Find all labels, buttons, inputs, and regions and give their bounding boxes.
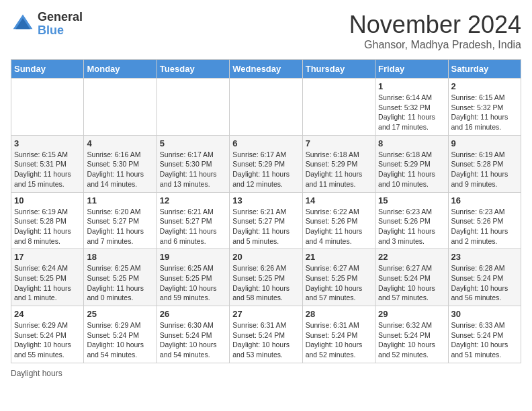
day-number: 23 <box>451 252 518 262</box>
day-number: 7 <box>306 138 372 148</box>
day-info: Sunrise: 6:33 AM Sunset: 5:24 PM Dayligh… <box>451 320 518 360</box>
calendar-week-4: 17Sunrise: 6:24 AM Sunset: 5:25 PM Dayli… <box>11 249 521 306</box>
calendar-cell: 30Sunrise: 6:33 AM Sunset: 5:24 PM Dayli… <box>448 306 521 363</box>
day-number: 29 <box>378 309 445 319</box>
day-number: 25 <box>87 309 153 319</box>
calendar-cell: 3Sunrise: 6:15 AM Sunset: 5:31 PM Daylig… <box>11 135 84 192</box>
day-info: Sunrise: 6:32 AM Sunset: 5:24 PM Dayligh… <box>378 320 445 360</box>
calendar-cell: 23Sunrise: 6:28 AM Sunset: 5:24 PM Dayli… <box>448 249 521 306</box>
calendar-cell: 18Sunrise: 6:25 AM Sunset: 5:25 PM Dayli… <box>84 249 157 306</box>
day-number: 3 <box>14 138 81 148</box>
day-info: Sunrise: 6:27 AM Sunset: 5:25 PM Dayligh… <box>306 263 372 303</box>
day-info: Sunrise: 6:27 AM Sunset: 5:24 PM Dayligh… <box>378 263 445 303</box>
calendar-cell: 28Sunrise: 6:31 AM Sunset: 5:24 PM Dayli… <box>302 306 375 363</box>
day-info: Sunrise: 6:15 AM Sunset: 5:31 PM Dayligh… <box>14 150 81 189</box>
day-info: Sunrise: 6:20 AM Sunset: 5:27 PM Dayligh… <box>87 207 153 246</box>
calendar-cell <box>84 79 157 136</box>
calendar-week-1: 1Sunrise: 6:14 AM Sunset: 5:32 PM Daylig… <box>11 79 521 136</box>
calendar-cell: 25Sunrise: 6:29 AM Sunset: 5:24 PM Dayli… <box>84 306 157 363</box>
day-number: 2 <box>451 81 518 91</box>
calendar-cell: 20Sunrise: 6:26 AM Sunset: 5:25 PM Dayli… <box>230 249 302 306</box>
calendar-cell: 10Sunrise: 6:19 AM Sunset: 5:28 PM Dayli… <box>11 192 84 249</box>
day-number: 5 <box>160 138 226 148</box>
day-number: 16 <box>451 195 518 205</box>
day-info: Sunrise: 6:18 AM Sunset: 5:29 PM Dayligh… <box>306 150 372 189</box>
calendar-cell: 8Sunrise: 6:18 AM Sunset: 5:29 PM Daylig… <box>375 135 448 192</box>
daylight-label: Daylight hours <box>11 369 62 378</box>
day-info: Sunrise: 6:31 AM Sunset: 5:24 PM Dayligh… <box>306 320 372 360</box>
location: Ghansor, Madhya Pradesh, India <box>349 39 521 51</box>
day-info: Sunrise: 6:31 AM Sunset: 5:24 PM Dayligh… <box>232 320 299 360</box>
day-info: Sunrise: 6:19 AM Sunset: 5:28 PM Dayligh… <box>14 207 81 246</box>
col-header-tuesday: Tuesday <box>157 60 229 79</box>
title-block: November 2024 Ghansor, Madhya Pradesh, I… <box>349 11 521 51</box>
day-info: Sunrise: 6:24 AM Sunset: 5:25 PM Dayligh… <box>14 263 81 303</box>
day-number: 19 <box>160 252 226 262</box>
day-info: Sunrise: 6:19 AM Sunset: 5:28 PM Dayligh… <box>451 150 518 189</box>
col-header-sunday: Sunday <box>11 60 84 79</box>
day-number: 10 <box>14 195 81 205</box>
calendar-cell: 16Sunrise: 6:23 AM Sunset: 5:26 PM Dayli… <box>448 192 521 249</box>
calendar-cell: 4Sunrise: 6:16 AM Sunset: 5:30 PM Daylig… <box>84 135 157 192</box>
day-number: 12 <box>160 195 226 205</box>
day-number: 27 <box>232 309 299 319</box>
calendar-cell: 1Sunrise: 6:14 AM Sunset: 5:32 PM Daylig… <box>375 79 448 136</box>
day-info: Sunrise: 6:29 AM Sunset: 5:24 PM Dayligh… <box>87 320 153 360</box>
day-info: Sunrise: 6:18 AM Sunset: 5:29 PM Dayligh… <box>378 150 445 189</box>
calendar-week-5: 24Sunrise: 6:29 AM Sunset: 5:24 PM Dayli… <box>11 306 521 363</box>
col-header-thursday: Thursday <box>302 60 375 79</box>
calendar-cell: 29Sunrise: 6:32 AM Sunset: 5:24 PM Dayli… <box>375 306 448 363</box>
day-info: Sunrise: 6:26 AM Sunset: 5:25 PM Dayligh… <box>232 263 299 303</box>
col-header-saturday: Saturday <box>448 60 521 79</box>
day-number: 24 <box>14 309 81 319</box>
calendar-cell: 21Sunrise: 6:27 AM Sunset: 5:25 PM Dayli… <box>302 249 375 306</box>
col-header-monday: Monday <box>84 60 157 79</box>
day-info: Sunrise: 6:17 AM Sunset: 5:29 PM Dayligh… <box>232 150 299 189</box>
day-info: Sunrise: 6:23 AM Sunset: 5:26 PM Dayligh… <box>378 207 445 246</box>
day-number: 14 <box>306 195 372 205</box>
day-number: 6 <box>232 138 299 148</box>
calendar-cell: 24Sunrise: 6:29 AM Sunset: 5:24 PM Dayli… <box>11 306 84 363</box>
day-info: Sunrise: 6:21 AM Sunset: 5:27 PM Dayligh… <box>160 207 226 246</box>
calendar-cell: 19Sunrise: 6:25 AM Sunset: 5:25 PM Dayli… <box>157 249 229 306</box>
calendar-cell: 7Sunrise: 6:18 AM Sunset: 5:29 PM Daylig… <box>302 135 375 192</box>
calendar-cell <box>157 79 229 136</box>
logo-general: General <box>38 11 83 24</box>
day-info: Sunrise: 6:30 AM Sunset: 5:24 PM Dayligh… <box>160 320 226 360</box>
calendar-cell <box>230 79 302 136</box>
day-info: Sunrise: 6:28 AM Sunset: 5:24 PM Dayligh… <box>451 263 518 303</box>
day-info: Sunrise: 6:25 AM Sunset: 5:25 PM Dayligh… <box>160 263 226 303</box>
day-number: 9 <box>451 138 518 148</box>
footer-note: Daylight hours <box>11 369 521 378</box>
day-number: 17 <box>14 252 81 262</box>
day-info: Sunrise: 6:14 AM Sunset: 5:32 PM Dayligh… <box>378 93 445 132</box>
calendar-cell: 26Sunrise: 6:30 AM Sunset: 5:24 PM Dayli… <box>157 306 229 363</box>
calendar-week-2: 3Sunrise: 6:15 AM Sunset: 5:31 PM Daylig… <box>11 135 521 192</box>
day-number: 11 <box>87 195 153 205</box>
calendar-cell: 14Sunrise: 6:22 AM Sunset: 5:26 PM Dayli… <box>302 192 375 249</box>
page-header: General Blue November 2024 Ghansor, Madh… <box>11 11 521 51</box>
calendar-cell: 15Sunrise: 6:23 AM Sunset: 5:26 PM Dayli… <box>375 192 448 249</box>
calendar-cell: 27Sunrise: 6:31 AM Sunset: 5:24 PM Dayli… <box>230 306 302 363</box>
logo: General Blue <box>11 11 83 38</box>
day-info: Sunrise: 6:15 AM Sunset: 5:32 PM Dayligh… <box>451 93 518 132</box>
day-number: 13 <box>232 195 299 205</box>
calendar-table: SundayMondayTuesdayWednesdayThursdayFrid… <box>11 59 521 363</box>
day-info: Sunrise: 6:23 AM Sunset: 5:26 PM Dayligh… <box>451 207 518 246</box>
calendar-cell: 9Sunrise: 6:19 AM Sunset: 5:28 PM Daylig… <box>448 135 521 192</box>
calendar-cell: 5Sunrise: 6:17 AM Sunset: 5:30 PM Daylig… <box>157 135 229 192</box>
day-number: 15 <box>378 195 445 205</box>
logo-text: General Blue <box>38 11 83 38</box>
day-info: Sunrise: 6:16 AM Sunset: 5:30 PM Dayligh… <box>87 150 153 189</box>
col-header-wednesday: Wednesday <box>230 60 302 79</box>
calendar-cell: 17Sunrise: 6:24 AM Sunset: 5:25 PM Dayli… <box>11 249 84 306</box>
day-info: Sunrise: 6:29 AM Sunset: 5:24 PM Dayligh… <box>14 320 81 360</box>
day-number: 18 <box>87 252 153 262</box>
calendar-cell <box>302 79 375 136</box>
calendar-cell: 12Sunrise: 6:21 AM Sunset: 5:27 PM Dayli… <box>157 192 229 249</box>
day-number: 26 <box>160 309 226 319</box>
logo-blue: Blue <box>38 24 83 38</box>
day-number: 21 <box>306 252 372 262</box>
day-number: 30 <box>451 309 518 319</box>
month-title: November 2024 <box>349 11 521 39</box>
